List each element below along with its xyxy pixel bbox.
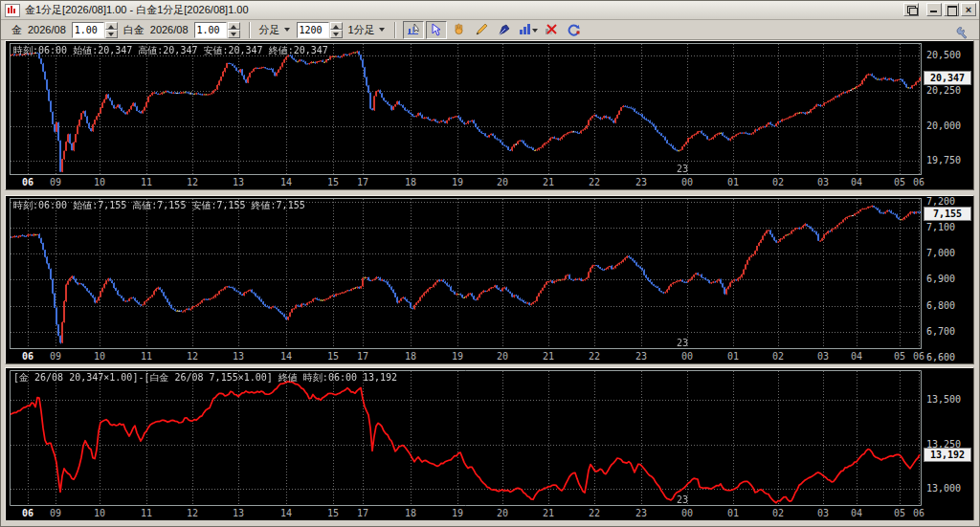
- settings-wrench-button[interactable]: [951, 23, 972, 41]
- x-axis-label: 14: [274, 177, 299, 187]
- refresh-icon: [567, 23, 581, 36]
- minimize-button[interactable]: [926, 3, 942, 16]
- last-price-badge: 20,347: [924, 71, 971, 85]
- spin-up-icon[interactable]: [228, 22, 240, 31]
- x-axis-label: 18: [398, 177, 423, 187]
- x-axis-label: 02: [766, 508, 791, 518]
- x-axis-label: 19: [445, 351, 470, 362]
- x-axis-label: 14: [274, 351, 299, 362]
- x-axis-label: 10: [87, 177, 112, 187]
- pen-icon: [498, 23, 512, 36]
- x-axis-label: 09: [43, 351, 68, 362]
- restore-window-button[interactable]: [903, 3, 919, 16]
- gold-chart-canvas[interactable]: [10, 43, 922, 175]
- x-axis-label: 18: [398, 351, 423, 362]
- select-arrow-tool-button[interactable]: [426, 21, 447, 39]
- close-button[interactable]: ×: [961, 3, 976, 16]
- x-axis-label: 00: [675, 177, 700, 187]
- x-axis-label: 18: [398, 508, 423, 518]
- pen-tool-button[interactable]: [495, 21, 516, 39]
- x-axis-label: 01: [721, 351, 746, 362]
- x-axis-label: 23: [629, 508, 654, 518]
- delete-chart-button[interactable]: [541, 21, 562, 39]
- delete-chart-icon: [544, 23, 558, 36]
- x-axis-label: 01: [721, 177, 746, 187]
- x-axis-label: 00: [675, 508, 700, 518]
- app-window: 金1分足[2026/08]1.00 - 白金1分足[2026/08]1.00 ×…: [0, 0, 980, 527]
- x-axis-label: 19: [445, 177, 470, 187]
- spread-chart-canvas[interactable]: [10, 370, 922, 506]
- gold-chart-ohlc-header: 時刻:06:00 始値:20,347 高値:20,347 安値:20,347 終…: [13, 44, 328, 57]
- platinum-label: 白金: [123, 23, 145, 37]
- gold-contract-select[interactable]: 2026/08: [28, 24, 66, 35]
- bar-chart-type-button[interactable]: [518, 21, 539, 39]
- y-axis-label: 20,500: [926, 50, 961, 60]
- chart-pointer-tool-button[interactable]: [403, 21, 424, 39]
- y-axis-label: 6,700: [926, 326, 955, 337]
- x-axis-label: 21: [536, 177, 561, 187]
- x-axis-label: 15: [321, 351, 345, 362]
- pan-hand-icon: [452, 23, 466, 36]
- y-axis-label: 6,800: [926, 300, 955, 311]
- platinum-chart-canvas[interactable]: [10, 198, 922, 349]
- spin-down-icon[interactable]: [330, 30, 343, 38]
- x-axis-label: 23: [629, 351, 654, 362]
- spin-up-icon[interactable]: [105, 22, 118, 31]
- gold-label: 金: [11, 23, 22, 37]
- spin-down-icon[interactable]: [105, 30, 118, 38]
- y-axis-label: 7,100: [926, 222, 955, 232]
- x-axis-label: 01: [721, 508, 746, 518]
- y-axis-label: 7,200: [926, 196, 955, 207]
- x-axis-label: 21: [536, 351, 561, 362]
- maximize-button[interactable]: [944, 3, 959, 16]
- chevron-down-icon[interactable]: [379, 28, 385, 32]
- y-axis-label: 6,900: [926, 274, 955, 284]
- x-axis-label: 04: [844, 351, 869, 362]
- spread-chart-formula-header: [金 26/08 20,347×1.00]-[白金 26/08 7,155×1.…: [13, 371, 397, 384]
- spin-down-icon[interactable]: [228, 30, 240, 38]
- date-label: 23: [677, 338, 688, 348]
- x-axis-label: 22: [582, 351, 607, 362]
- chevron-down-icon[interactable]: [284, 28, 290, 32]
- y-axis-label: 7,000: [926, 248, 955, 258]
- x-axis-label: 17: [350, 508, 375, 518]
- x-axis-label: 09: [43, 508, 68, 518]
- x-axis-label: 11: [134, 508, 159, 518]
- toolbar: 金 2026/08 1.00 白金 2026/08 1.00 分足 1200 1…: [1, 20, 979, 40]
- select-arrow-icon: [429, 23, 443, 36]
- x-axis-label: 04: [844, 508, 869, 518]
- pan-hand-tool-button[interactable]: [449, 21, 470, 39]
- bar-count-spinner[interactable]: 1200: [297, 22, 343, 38]
- x-axis-label: 15: [321, 508, 345, 518]
- x-axis-label: 10: [87, 351, 112, 362]
- x-axis-label: 15: [321, 177, 345, 187]
- y-axis-label: 20,250: [926, 85, 961, 96]
- spin-up-icon[interactable]: [330, 22, 343, 31]
- date-label: 23: [677, 494, 688, 505]
- refresh-button[interactable]: [564, 21, 585, 39]
- toolbar-separator: [394, 22, 396, 38]
- platinum-contract-select[interactable]: 2026/08: [150, 24, 189, 35]
- x-axis-label: 03: [811, 351, 835, 362]
- x-axis-label: 06: [906, 351, 931, 362]
- platinum-multiplier-spinner[interactable]: 1.00: [194, 22, 240, 38]
- x-axis-label: 22: [582, 508, 607, 518]
- wrench-icon: [955, 26, 969, 39]
- x-axis-label: 11: [134, 177, 159, 187]
- pencil-icon: [475, 23, 489, 36]
- x-axis-label: 14: [274, 508, 299, 518]
- x-axis-label: 04: [844, 177, 869, 187]
- x-axis-label: 03: [811, 508, 835, 518]
- pencil-tool-button[interactable]: [472, 21, 493, 39]
- toolbar-separator: [249, 22, 251, 38]
- window-title: 金1分足[2026/08]1.00 - 白金1分足[2026/08]1.00: [25, 3, 249, 17]
- x-axis-label: 02: [766, 177, 791, 187]
- y-axis-label: 13,000: [926, 483, 961, 494]
- app-icon: [5, 4, 20, 17]
- x-axis-label: 06: [15, 177, 40, 187]
- timeframe-dropdown[interactable]: 1分足: [348, 23, 375, 37]
- gold-multiplier-spinner[interactable]: 1.00: [72, 22, 118, 38]
- x-axis-label: 06: [15, 351, 40, 362]
- interval-dropdown[interactable]: 分足: [259, 23, 280, 37]
- x-axis-label: 13: [226, 177, 251, 187]
